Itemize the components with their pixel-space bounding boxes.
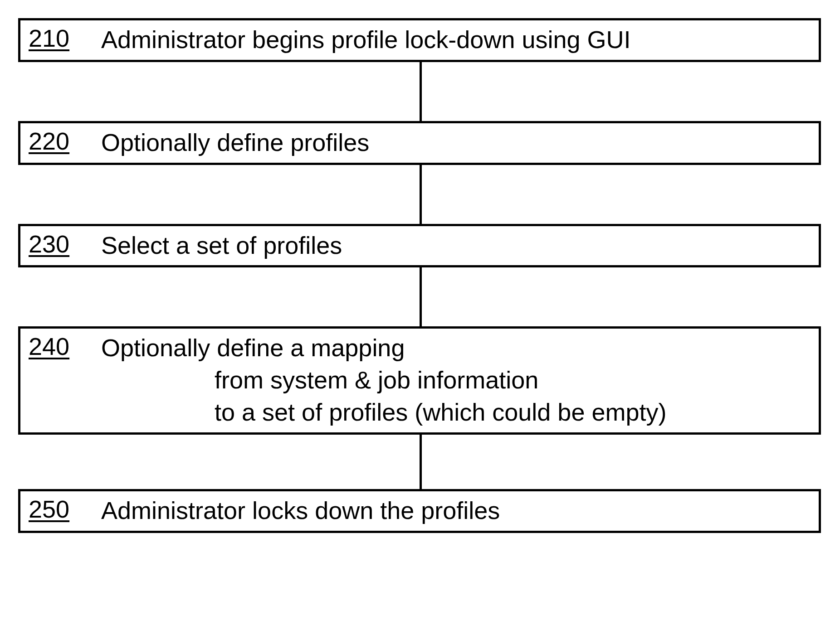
step-number: 210 [29, 25, 101, 52]
connector [420, 165, 422, 224]
step-220: 220 Optionally define profiles [18, 121, 821, 165]
step-240: 240 Optionally define a mapping from sys… [18, 326, 821, 434]
connector [420, 62, 422, 121]
connector [420, 435, 422, 489]
step-text: Optionally define a mapping from system … [101, 333, 666, 426]
step-number: 240 [29, 333, 101, 360]
step-text-line2: from system & job information [101, 365, 666, 395]
step-text-line3: to a set of profiles (which could be emp… [101, 397, 666, 427]
step-text: Optionally define profiles [101, 128, 369, 157]
step-number: 250 [29, 496, 101, 523]
step-text: Select a set of profiles [101, 231, 342, 260]
step-text-line1: Optionally define a mapping [101, 334, 405, 361]
step-number: 230 [29, 231, 101, 257]
connector [420, 267, 422, 326]
step-text: Administrator locks down the profiles [101, 496, 500, 525]
flowchart: 210 Administrator begins profile lock-do… [18, 18, 821, 533]
step-210: 210 Administrator begins profile lock-do… [18, 18, 821, 62]
step-230: 230 Select a set of profiles [18, 224, 821, 268]
step-text: Administrator begins profile lock-down u… [101, 25, 631, 54]
step-250: 250 Administrator locks down the profile… [18, 489, 821, 533]
step-number: 220 [29, 128, 101, 155]
